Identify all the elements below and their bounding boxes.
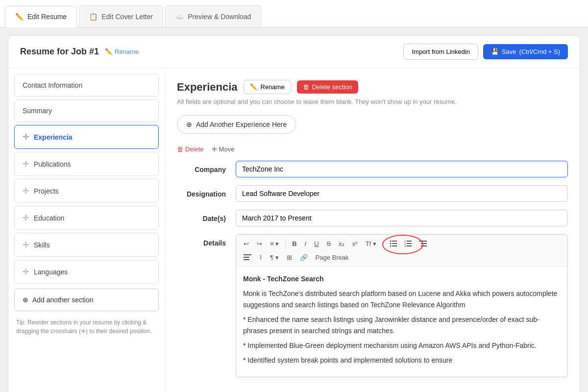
drag-handle-icon: ✛ <box>23 186 29 196</box>
sidebar-item-projects[interactable]: ✛ Projects <box>14 179 159 203</box>
dates-label: Date(s) <box>177 210 236 222</box>
top-tab-bar: ✏️ Edit Resume 📋 Edit Cover Letter ☁️ Pr… <box>0 0 588 27</box>
dates-field-row: Date(s) <box>177 210 568 226</box>
svg-rect-17 <box>244 259 249 260</box>
entry-actions: 🗑 Delete ✛ Move <box>177 146 568 153</box>
entry-delete-button[interactable]: 🗑 Delete <box>177 146 204 153</box>
drag-handle-icon: ✛ <box>23 159 29 169</box>
details-editor[interactable]: ↩ ↪ ≡ ▾ B I U S x₂ x² Tf ▾ <box>236 234 568 377</box>
superscript-button[interactable]: x² <box>349 238 361 249</box>
designation-field-row: Designation <box>177 185 568 202</box>
entry-move-button[interactable]: ✛ Move <box>212 146 235 153</box>
paragraph-button[interactable]: ¶ ▾ <box>267 252 282 263</box>
details-field-row: Details ↩ ↪ ≡ ▾ B I U S x₂ <box>177 234 568 377</box>
save-button[interactable]: 💾 Save (Ctrl/Cmd + S) <box>483 44 568 59</box>
page-break-button[interactable]: Page Break <box>312 252 352 263</box>
main-container: Resume for Job #1 ✏️ Rename Import from … <box>8 35 580 392</box>
editor-content[interactable]: Monk - TechZone Search Monk is TechZone'… <box>236 267 567 377</box>
subscript-button[interactable]: x₂ <box>335 238 348 249</box>
bold-button[interactable]: B <box>289 238 300 249</box>
plus-circle-icon: ⊕ <box>23 296 28 304</box>
sidebar-item-publications[interactable]: ✛ Publications <box>14 152 159 176</box>
sidebar-item-experiencia[interactable]: ✛ Experiencia <box>14 125 159 149</box>
import-linkedin-button[interactable]: Import from Linkedin <box>403 44 478 60</box>
svg-rect-6 <box>407 241 412 242</box>
ordered-list-button[interactable]: 123 <box>401 238 416 249</box>
edit-cover-icon: 📋 <box>89 13 98 21</box>
svg-rect-13 <box>421 243 427 244</box>
svg-text:3: 3 <box>404 245 406 247</box>
redo-button[interactable]: ↪ <box>253 238 266 249</box>
dates-input[interactable] <box>236 210 568 226</box>
header-left: Resume for Job #1 ✏️ Rename <box>20 47 139 57</box>
resume-title: Resume for Job #1 <box>20 47 99 57</box>
font-button[interactable]: Tf ▾ <box>362 238 380 249</box>
svg-rect-14 <box>421 245 427 246</box>
indent-button[interactable] <box>416 238 430 249</box>
strikethrough-button[interactable]: S <box>323 238 335 249</box>
svg-rect-7 <box>407 243 412 244</box>
svg-rect-8 <box>407 245 412 246</box>
company-input[interactable] <box>236 161 568 177</box>
svg-point-4 <box>390 243 391 245</box>
drag-handle-icon: ✛ <box>23 213 29 222</box>
svg-rect-16 <box>244 257 249 258</box>
sidebar-item-education[interactable]: ✛ Education <box>14 206 159 230</box>
plus-icon: ⊕ <box>186 121 192 128</box>
table-button[interactable]: ⊞ <box>283 252 295 263</box>
svg-rect-2 <box>392 245 397 246</box>
toolbar-separator-2 <box>383 239 383 248</box>
svg-point-3 <box>390 241 391 242</box>
undo-button[interactable]: ↩ <box>240 238 252 249</box>
sidebar-item-languages[interactable]: ✛ Languages <box>14 260 159 284</box>
list-buttons-highlight: 123 <box>386 238 430 249</box>
rename-resume-button[interactable]: ✏️ Rename <box>105 48 139 55</box>
unordered-list-button[interactable] <box>386 238 401 249</box>
pencil-icon: ✏️ <box>250 83 258 91</box>
editor-toolbar: ↩ ↪ ≡ ▾ B I U S x₂ x² Tf ▾ <box>236 235 567 267</box>
preview-download-icon: ☁️ <box>175 13 184 21</box>
designation-input[interactable] <box>236 185 568 202</box>
tab-preview-download[interactable]: ☁️ Preview & Download <box>165 5 261 27</box>
underline-button[interactable]: U <box>311 238 322 249</box>
toolbar-row-2: ⌇ ¶ ▾ ⊞ 🔗 Page Break <box>240 251 564 263</box>
highlight-button[interactable]: ⌇ <box>256 252 266 263</box>
sidebar-item-summary[interactable]: Summary <box>14 99 159 122</box>
tab-edit-cover-letter[interactable]: 📋 Edit Cover Letter <box>79 5 163 27</box>
svg-point-5 <box>390 245 391 247</box>
toolbar-row-1: ↩ ↪ ≡ ▾ B I U S x₂ x² Tf ▾ <box>240 238 564 249</box>
move-icon: ✛ <box>212 146 217 153</box>
reorder-tip: Tip: Reorder sections in your resume by … <box>14 318 159 336</box>
italic-button[interactable]: I <box>301 238 310 249</box>
sidebar-item-contact-information[interactable]: Contact Information <box>14 74 159 97</box>
sidebar-item-skills[interactable]: ✛ Skills <box>14 233 159 257</box>
align-button[interactable]: ≡ ▾ <box>267 238 282 249</box>
rename-section-button[interactable]: ✏️ Rename <box>244 80 291 94</box>
sidebar: Contact Information Summary ✛ Experienci… <box>8 68 165 392</box>
delete-section-button[interactable]: 🗑 Delete section <box>297 80 358 94</box>
section-header: Experiencia ✏️ Rename 🗑 Delete section <box>177 80 568 94</box>
outdent-button[interactable] <box>240 251 255 263</box>
section-title: Experiencia <box>177 81 238 94</box>
trash-icon: 🗑 <box>177 146 183 153</box>
content-area: Contact Information Summary ✛ Experienci… <box>8 68 580 392</box>
add-experience-button[interactable]: ⊕ Add Another Experience Here <box>177 115 296 134</box>
pencil-icon: ✏️ <box>105 48 113 55</box>
svg-rect-15 <box>244 254 251 255</box>
drag-handle-icon: ✛ <box>23 267 29 276</box>
details-label: Details <box>177 234 236 247</box>
drag-handle-icon: ✛ <box>23 132 29 142</box>
svg-rect-0 <box>392 241 397 242</box>
header-right: Import from Linkedin 💾 Save (Ctrl/Cmd + … <box>403 44 568 60</box>
edit-resume-icon: ✏️ <box>15 13 24 21</box>
header: Resume for Job #1 ✏️ Rename Import from … <box>8 36 580 68</box>
link-button[interactable]: 🔗 <box>296 252 311 263</box>
main-content: Experiencia ✏️ Rename 🗑 Delete section A… <box>165 68 580 392</box>
save-icon: 💾 <box>491 48 499 55</box>
trash-icon: 🗑 <box>303 83 309 91</box>
drag-handle-icon: ✛ <box>23 240 29 249</box>
tab-edit-resume[interactable]: ✏️ Edit Resume <box>5 6 77 27</box>
designation-label: Designation <box>177 185 236 198</box>
toolbar-separator-1 <box>285 239 286 248</box>
add-section-button[interactable]: ⊕ Add another section <box>14 289 159 311</box>
